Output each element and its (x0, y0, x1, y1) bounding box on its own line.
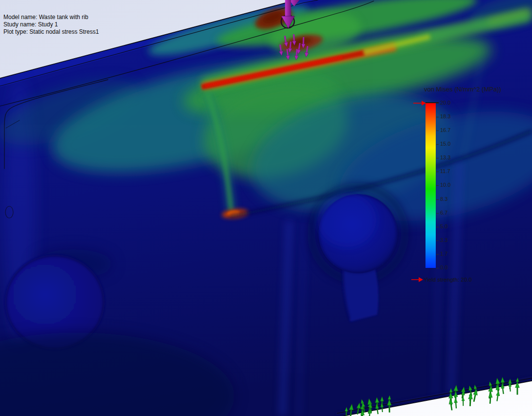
model-name-label: Model name: Waste tank with rib (3, 14, 99, 21)
legend-tick-label: 15.0 (440, 141, 450, 147)
legend-tick-label: 13.3 (440, 154, 450, 160)
legend-tick-mark (436, 131, 439, 131)
study-name-label: Study name: Study 1 (3, 21, 99, 28)
legend-tick-label: 18.3 (440, 113, 450, 119)
legend-tick-mark (436, 241, 439, 241)
legend-tick-label: 10.0 (440, 182, 450, 188)
legend-tick-mark (436, 199, 439, 200)
legend-tick-mark (436, 158, 439, 158)
legend-tick-mark (436, 172, 439, 172)
legend-title: von Mises (N/mm^2 (MPa)) (424, 86, 501, 93)
legend-tick-label: 5.0 (440, 223, 447, 229)
legend-tick-mark (436, 185, 439, 186)
legend-tick-label: 16.7 (440, 127, 450, 133)
legend-tick-mark (436, 144, 439, 145)
legend-tick-mark (436, 117, 439, 117)
fea-model-render (0, 0, 532, 416)
legend-tick-label: 20.0 (440, 100, 450, 106)
legend-tick-label: 8.3 (440, 196, 447, 202)
legend-tick-mark (436, 268, 439, 268)
fixture-arrow-icon (448, 398, 454, 411)
legend-tick-label: 0.0 (440, 264, 447, 270)
legend-tick-label: 6.7 (440, 210, 447, 216)
fixture-arrow-icon (454, 398, 458, 409)
legend-tick-label: 3.3 (440, 237, 447, 243)
legend-tick-mark (436, 103, 439, 104)
max-value-arrow-icon (413, 100, 426, 107)
legend-tick-mark (436, 254, 439, 255)
yield-strength-arrow-icon (411, 276, 424, 283)
tank-body (0, 0, 532, 416)
fixture-arrow-icon (468, 393, 473, 406)
plot-annotations: Model name: Waste tank with rib Study na… (3, 14, 99, 36)
yield-strength-label: Yield strength: 20.0 (424, 277, 472, 283)
legend-tick-label: 1.7 (440, 251, 447, 257)
legend-tick-label: 11.7 (440, 168, 450, 174)
legend-tick-mark (436, 227, 439, 227)
legend-tick-mark (436, 213, 439, 214)
fixture-arrow-icon (495, 391, 500, 401)
legend-color-bar (426, 103, 436, 268)
3d-viewport[interactable]: Model name: Waste tank with rib Study na… (0, 0, 532, 416)
plot-type-label: Plot type: Static nodal stress Stress1 (3, 28, 99, 36)
